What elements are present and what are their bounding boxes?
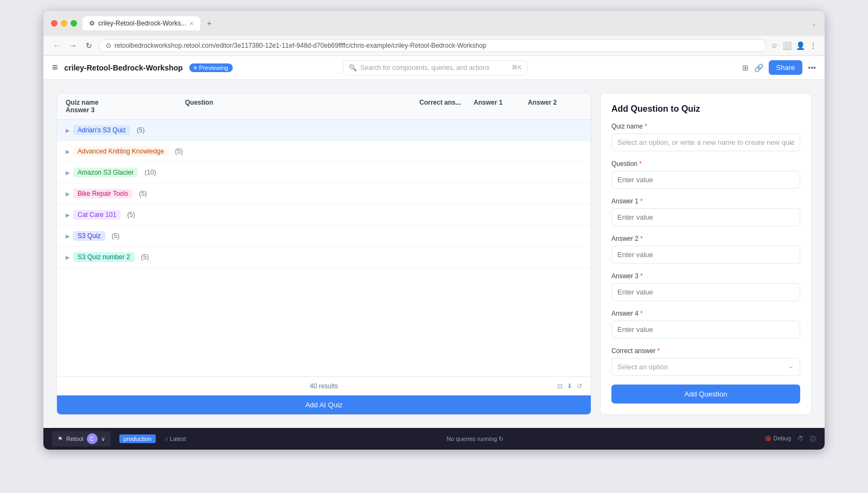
layout-icon[interactable]: ⊞ [742,63,749,72]
required-indicator: * [639,272,643,280]
maximize-window-button[interactable] [71,20,77,27]
expand-icon[interactable]: ▶ [66,149,70,155]
header-search[interactable]: 🔍 Search for components, queries, and ac… [343,60,527,75]
add-quiz-button[interactable]: Add AI Quiz [57,395,591,414]
row-expander: ▶ Cat Care 101 (5) [66,210,185,220]
table-row[interactable]: ▶ Amazon S3 Glacier (10) [57,162,591,183]
row-expander: ▶ Adrian's S3 Quiz (5) [66,125,185,135]
row-expander: ▶ Advanced Knitting Knowledge (5) [66,146,185,156]
expand-icon[interactable]: ▶ [66,127,70,133]
expand-icon[interactable]: ▶ [66,170,70,176]
address-icon: ⊙ [106,42,111,49]
answer1-input[interactable] [611,208,800,226]
col-quiz-name: Quiz name [66,99,185,106]
answer2-group: Answer 2 * [611,235,800,264]
forward-button[interactable]: → [67,40,79,51]
question-input[interactable] [611,171,800,189]
share-button[interactable]: Share [769,60,803,75]
quiz-name-group: Quiz name * Select an option, or write a… [611,123,800,151]
col-correct-answer: Correct ans... [419,99,474,106]
quiz-name-label: Quiz name * [611,123,800,130]
retool-logo: ≡ [52,62,58,73]
refresh-icon[interactable]: ↺ [577,382,582,390]
col-answer2: Answer 2 [528,99,582,106]
row-count: (5) [127,211,135,219]
answer3-group: Answer 3 * [611,272,800,301]
expand-icon[interactable]: ▶ [66,254,70,260]
correct-answer-select[interactable]: Select an option [611,358,800,376]
active-tab[interactable]: ⚙ criley-Retool-Bedrock-Works... ✕ [82,16,200,30]
spinner-icon: ↻ [499,436,503,442]
add-question-button[interactable]: Add Question [611,385,800,404]
answer4-input[interactable] [611,321,800,338]
required-indicator: * [643,123,647,130]
minimize-window-button[interactable] [61,20,67,27]
row-count: (5) [112,232,120,240]
more-options-button[interactable]: ••• [808,63,816,72]
answer2-label: Answer 2 * [611,235,800,242]
latest-icon: ○ [164,436,168,442]
tab-close-button[interactable]: ✕ [189,21,194,27]
history-icon[interactable]: ⏱ [797,435,803,443]
tab-bar: ⚙ criley-Retool-Bedrock-Works... ✕ + [82,16,806,30]
answer2-input[interactable] [611,246,800,264]
table-row[interactable]: ▶ S3 Quiz number 2 (5) [57,247,591,268]
close-window-button[interactable] [51,20,58,27]
env-badge[interactable]: production [119,434,156,443]
bottom-status: No queries running ↻ [195,436,756,443]
download-icon[interactable]: ⬇ [567,382,572,390]
preview-dot [194,66,197,69]
search-shortcut: ⌘K [512,64,521,71]
expand-icon[interactable]: ▶ [66,212,70,218]
results-count: 40 results [310,382,338,390]
answer1-label: Answer 1 * [611,197,800,205]
row-count: (5) [137,126,145,134]
question-group: Question * [611,160,800,189]
quiz-badge: S3 Quiz [73,231,105,241]
latest-label[interactable]: ○ Latest [164,436,186,442]
back-button[interactable]: ← [51,40,63,51]
row-expander: ▶ S3 Quiz number 2 (5) [66,252,185,262]
answer3-input[interactable] [611,283,800,301]
table-row[interactable]: ▶ Cat Care 101 (5) [57,204,591,226]
app-content: Quiz name Question Correct ans... Answer… [43,80,825,428]
table-row[interactable]: ▶ Bike Repair Tools (5) [57,183,591,204]
address-bar[interactable]: ⊙ retoolbedrockworkshop.retool.com/edito… [99,39,767,52]
retool-label: Retool [66,436,84,442]
window-controls-icon: ⌄ [811,20,817,28]
retool-icon: ⚑ [58,436,63,443]
col-answer1: Answer 1 [474,99,528,106]
expand-icon[interactable]: ▶ [66,233,70,239]
browser-nav: ← → ↻ ⊙ retoolbedrockworkshop.retool.com… [43,36,825,56]
quiz-name-select[interactable]: Select an option, or write a new name to… [611,133,800,151]
refresh-button[interactable]: ↻ [84,40,94,51]
expand-icon[interactable]: ▶ [66,191,70,197]
table-row[interactable]: ▶ Advanced Knitting Knowledge (5) [57,141,591,162]
quiz-badge: Cat Care 101 [73,210,120,220]
help-icon[interactable]: ⓘ [810,435,816,443]
nav-actions: ☆ ⬜ 👤 ⋮ [771,41,817,50]
correct-answer-label: Correct answer * [611,347,800,355]
profile-icon[interactable]: 👤 [796,41,805,50]
avatar-chevron: ∨ [101,436,105,443]
table-row[interactable]: ▶ S3 Quiz (5) [57,226,591,247]
app-header: ≡ criley-Retool-Bedrock-Workshop Preview… [43,56,825,80]
bookmark-icon[interactable]: ☆ [771,41,778,50]
table-row[interactable]: ▶ Adrian's S3 Quiz (5) [57,120,591,141]
row-count: (5) [175,148,183,155]
extensions-icon[interactable]: ⬜ [782,41,792,50]
new-tab-button[interactable]: + [203,18,214,29]
tab-icon: ⚙ [89,20,95,27]
table-header: Quiz name Question Correct ans... Answer… [57,93,591,120]
menu-icon[interactable]: ⋮ [809,41,817,50]
user-avatar: C [87,433,98,444]
retool-user: ⚑ Retool C ∨ [52,431,111,446]
traffic-lights [51,20,77,27]
filter-icon[interactable]: ⊟ [557,382,563,390]
debug-icon: 🐞 [764,435,772,441]
row-count: (5) [139,190,147,197]
debug-button[interactable]: 🐞 Debug [764,435,791,443]
link-icon[interactable]: 🔗 [754,63,763,72]
required-indicator: * [637,160,642,168]
quiz-badge: Amazon S3 Glacier [73,168,138,177]
